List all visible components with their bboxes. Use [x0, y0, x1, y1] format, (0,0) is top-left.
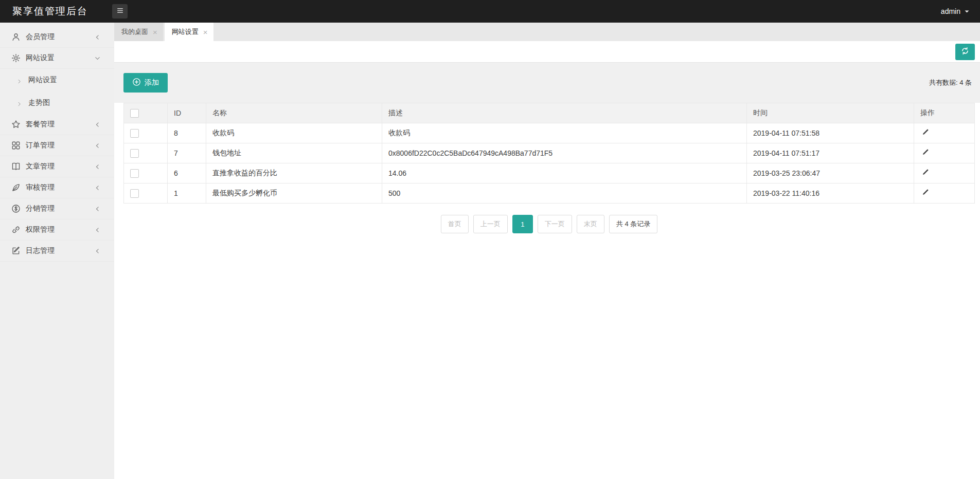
cell-name: 最低购买多少孵化币: [206, 183, 382, 204]
user-menu[interactable]: admin: [941, 7, 970, 15]
sidebar-item-label: 权限管理: [26, 225, 89, 234]
sidebar: 会员管理 网站设置 网站设置 走势图 套餐管理 订单管理 文章管理 审核管理 分…: [0, 23, 114, 479]
tab-bar: 我的桌面 × 网站设置 ×: [114, 23, 980, 41]
row-checkbox[interactable]: [130, 169, 139, 178]
table-toolbar: 添加 共有数据: 4 条: [114, 63, 980, 103]
sidebar-menu: 会员管理 网站设置 网站设置 走势图 套餐管理 订单管理 文章管理 审核管理 分…: [0, 27, 114, 262]
chevron-left-icon: [94, 34, 101, 41]
sidebar-item-site[interactable]: 网站设置: [0, 48, 114, 69]
edit-icon: [11, 246, 21, 255]
pagination-button[interactable]: 下一页: [538, 215, 572, 233]
pagination-button[interactable]: 末页: [577, 215, 604, 233]
sidebar-item-label: 日志管理: [26, 246, 89, 255]
chevron-left-icon: [94, 163, 101, 170]
chevron-left-icon: [94, 142, 101, 149]
user-icon: [11, 32, 21, 42]
sidebar-item-label: 会员管理: [26, 32, 89, 42]
chevron-left-icon: [94, 206, 101, 212]
sidebar-subitem[interactable]: 走势图: [0, 91, 114, 114]
refresh-icon: [961, 47, 969, 57]
column-header-time: 时间: [747, 103, 914, 123]
book-icon: [11, 162, 21, 171]
cell-desc: 500: [382, 183, 747, 204]
sidebar-subitem-label: 走势图: [28, 98, 50, 107]
cell-id: 1: [168, 183, 206, 204]
sidebar-item-label: 套餐管理: [26, 120, 89, 129]
sidebar-item-article[interactable]: 文章管理: [0, 156, 114, 177]
pencil-icon: [921, 169, 929, 178]
cell-id: 7: [168, 143, 206, 163]
cell-desc: 收款码: [382, 123, 747, 143]
sidebar-subitem-label: 网站设置: [28, 76, 57, 85]
pencil-icon: [921, 128, 929, 138]
sidebar-item-label: 订单管理: [26, 141, 89, 150]
total-count: 共有数据: 4 条: [929, 78, 972, 87]
row-checkbox[interactable]: [130, 189, 139, 198]
pagination-button[interactable]: 首页: [441, 215, 469, 233]
chevron-left-icon: [94, 185, 101, 191]
close-icon[interactable]: ×: [153, 28, 157, 36]
row-checkbox[interactable]: [130, 129, 139, 138]
add-button[interactable]: 添加: [123, 73, 168, 93]
cell-name: 直推拿收益的百分比: [206, 163, 382, 183]
menu-toggle-button[interactable]: [112, 4, 128, 19]
edit-button[interactable]: [920, 148, 930, 159]
edit-button[interactable]: [920, 188, 930, 199]
chevron-left-icon: [94, 227, 101, 233]
chevron-right-icon: [16, 78, 22, 83]
sidebar-item-label: 分销管理: [26, 204, 89, 213]
user-name: admin: [941, 7, 960, 15]
pagination-button[interactable]: 1: [512, 215, 533, 233]
audit-icon: [11, 183, 21, 192]
cell-desc: 14.06: [382, 163, 747, 183]
cell-time: 2019-04-11 07:51:58: [747, 123, 914, 143]
pencil-icon: [921, 189, 929, 198]
main-content: 我的桌面 × 网站设置 × 添加 共有数据: 4 条: [114, 23, 980, 479]
tab[interactable]: 网站设置 ×: [165, 23, 213, 41]
cell-time: 2019-04-11 07:51:17: [747, 143, 914, 163]
close-icon[interactable]: ×: [203, 28, 208, 36]
app-title: 聚享值管理后台: [12, 5, 88, 18]
sidebar-item-audit[interactable]: 审核管理: [0, 177, 114, 198]
edit-button[interactable]: [920, 168, 930, 179]
link-icon: [11, 225, 21, 234]
select-all-checkbox[interactable]: [130, 109, 139, 118]
plus-circle-icon: [132, 78, 141, 88]
sidebar-item-member[interactable]: 会员管理: [0, 27, 114, 48]
tab[interactable]: 我的桌面 ×: [114, 23, 163, 41]
table-row: 6 直推拿收益的百分比 14.06 2019-03-25 23:06:47: [124, 163, 975, 183]
sidebar-item-order[interactable]: 订单管理: [0, 135, 114, 156]
sidebar-item-log[interactable]: 日志管理: [0, 241, 114, 262]
column-header-id: ID: [168, 103, 206, 123]
dollar-icon: [11, 204, 21, 213]
sidebar-item-perm[interactable]: 权限管理: [0, 219, 114, 241]
sidebar-item-label: 审核管理: [26, 183, 89, 192]
caret-down-icon: [964, 9, 970, 14]
sidebar-item-resell[interactable]: 分销管理: [0, 198, 114, 219]
top-bar: 聚享值管理后台 admin: [0, 0, 980, 23]
pagination-button[interactable]: 上一页: [473, 215, 508, 233]
cell-name: 收款码: [206, 123, 382, 143]
pagination: 首页 上一页 1 下一页 末页 共 4 条记录: [123, 215, 975, 233]
column-header-ops: 操作: [914, 103, 975, 123]
chevron-left-icon: [94, 121, 101, 128]
settings-table: ID 名称 描述 时间 操作 8 收款码 收款码 2019-04-11 07:5…: [123, 103, 975, 204]
row-checkbox[interactable]: [130, 149, 139, 158]
chevron-down-icon: [94, 55, 101, 62]
pagination-total[interactable]: 共 4 条记录: [609, 215, 657, 233]
refresh-button[interactable]: [955, 44, 975, 60]
column-header-name: 名称: [206, 103, 382, 123]
table-row: 7 钱包地址 0x8006fD22C0c2C5BaDc647949cA498Ba…: [124, 143, 975, 163]
chevron-left-icon: [94, 248, 101, 254]
grid-icon: [11, 141, 21, 150]
add-button-label: 添加: [145, 78, 159, 87]
column-header-desc: 描述: [382, 103, 747, 123]
cell-id: 8: [168, 123, 206, 143]
chevron-right-icon: [16, 100, 22, 106]
sidebar-subitem[interactable]: 网站设置: [0, 69, 114, 91]
sidebar-item-package[interactable]: 套餐管理: [0, 114, 114, 135]
edit-button[interactable]: [920, 127, 930, 139]
table-header-row: ID 名称 描述 时间 操作: [124, 103, 975, 123]
tab-label: 我的桌面: [121, 27, 148, 36]
table-container: ID 名称 描述 时间 操作 8 收款码 收款码 2019-04-11 07:5…: [114, 103, 980, 233]
